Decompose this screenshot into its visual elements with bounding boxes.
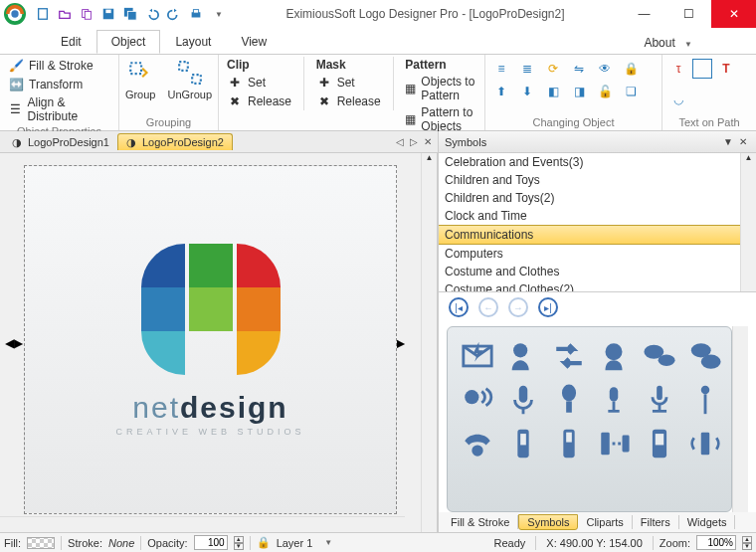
symbol-arrows-exchange-icon[interactable]	[547, 335, 591, 377]
symbol-envelope-bolt-icon[interactable]	[456, 335, 499, 377]
fill-stroke-button[interactable]: 🖌️Fill & Stroke	[6, 57, 112, 75]
category-item[interactable]: Celebration and Events(3)	[439, 153, 740, 171]
clip-set-button[interactable]: ✚Set	[225, 74, 293, 92]
symbol-mic-thin-icon[interactable]	[683, 379, 727, 421]
resize-handle-left[interactable]: ◀▶	[5, 336, 23, 350]
opacity-stepper[interactable]: ▲▼	[234, 536, 244, 550]
qat-undo-icon[interactable]	[143, 5, 161, 23]
menu-object[interactable]: Object	[96, 30, 161, 54]
panel-tab-fill-stroke[interactable]: Fill & Stroke	[443, 515, 518, 529]
panel-tab-filters[interactable]: Filters	[633, 515, 679, 529]
symbol-mobile-2-icon[interactable]	[547, 423, 591, 464]
fill-swatch[interactable]	[27, 537, 55, 549]
layer-up-icon[interactable]: ⬆	[491, 82, 511, 101]
category-item[interactable]: Computers	[439, 245, 740, 263]
panel-close-icon[interactable]: ✕	[736, 136, 750, 147]
tabs-next-icon[interactable]: ▷	[408, 136, 420, 147]
rotate-icon[interactable]: ⟳	[543, 59, 563, 79]
opacity-input[interactable]	[194, 535, 228, 550]
symbol-mobile-signal-icon[interactable]	[592, 423, 636, 464]
text-curve-icon[interactable]: ◡	[668, 90, 688, 109]
category-item[interactable]: Costume and Clothes(2)	[439, 280, 740, 292]
flip-icon[interactable]: ⇋	[569, 59, 589, 79]
qat-print-icon[interactable]	[187, 5, 205, 23]
nav-next-icon[interactable]: →	[508, 297, 528, 317]
qat-redo-icon[interactable]	[165, 5, 183, 23]
stroke-value[interactable]: None	[108, 537, 134, 549]
tabs-prev-icon[interactable]: ◁	[394, 136, 406, 147]
qat-save-icon[interactable]	[99, 5, 117, 23]
qat-copy-icon[interactable]	[78, 5, 95, 23]
text-vertical-icon[interactable]	[692, 59, 712, 79]
tabs-close-icon[interactable]: ✕	[422, 136, 434, 147]
minimize-button[interactable]: —	[622, 0, 666, 28]
zoom-input[interactable]	[696, 535, 736, 550]
symbol-chat-bubbles-2-icon[interactable]	[683, 335, 727, 377]
unlock-icon[interactable]: 🔓	[595, 82, 615, 101]
clip-release-button[interactable]: ✖Release	[225, 92, 293, 110]
nav-last-icon[interactable]: ▸|	[538, 297, 558, 317]
close-button[interactable]: ✕	[711, 0, 756, 28]
symbol-mic-retro-icon[interactable]	[547, 379, 591, 421]
symbol-mobile-icon[interactable]	[501, 423, 545, 464]
menu-view[interactable]: View	[226, 30, 282, 54]
panel-menu-icon[interactable]: ▼	[720, 136, 736, 147]
symbol-mic-stand-icon[interactable]	[592, 379, 636, 421]
layer-lock-icon[interactable]: 🔒	[257, 536, 271, 549]
ungroup-button[interactable]: UnGroup	[163, 57, 216, 102]
symbol-head-icon[interactable]	[592, 335, 636, 377]
category-scrollbar[interactable]: ▲	[740, 153, 756, 291]
qat-dropdown-icon[interactable]: ▼	[215, 10, 223, 19]
doc-tab[interactable]: ◑LogoProDesign2	[117, 133, 233, 150]
align-left-icon[interactable]: ≡	[491, 59, 511, 79]
menu-about[interactable]: About ▼	[634, 32, 708, 54]
nav-prev-icon[interactable]: ←	[478, 297, 498, 317]
vertical-scrollbar[interactable]: ▲	[421, 153, 437, 532]
symbol-mobile-signal-2-icon[interactable]	[683, 423, 727, 464]
canvas-page[interactable]: netdesign CREATIVE WEB STUDIOS	[24, 165, 397, 514]
canvas-viewport[interactable]: ◀▶ ◀▶	[0, 153, 421, 532]
qat-open-icon[interactable]	[56, 5, 74, 23]
qat-new-icon[interactable]	[34, 5, 52, 23]
mask-release-button[interactable]: ✖Release	[314, 92, 383, 110]
symbol-caller-icon[interactable]	[501, 335, 545, 377]
eye-icon[interactable]: 👁	[595, 59, 615, 79]
category-item[interactable]: Costume and Clothes	[439, 263, 740, 280]
align-distribute-button[interactable]: ☰Align & Distribute	[6, 94, 112, 124]
panel-tab-cliparts[interactable]: Cliparts	[578, 515, 632, 529]
menu-edit[interactable]: Edit	[46, 30, 96, 54]
menu-layout[interactable]: Layout	[160, 30, 226, 54]
back-icon[interactable]: ◨	[569, 82, 589, 101]
lock-icon[interactable]: 🔒	[621, 59, 641, 79]
symbol-mic-desk-icon[interactable]	[638, 379, 681, 421]
qat-saveall-icon[interactable]	[121, 5, 139, 23]
symbol-microphone-icon[interactable]	[501, 379, 545, 421]
symbol-chat-bubbles-icon[interactable]	[638, 335, 681, 377]
category-item[interactable]: Clock and Time	[439, 207, 740, 225]
doc-tab[interactable]: ◑LogoProDesign1	[4, 134, 117, 150]
symbol-speaking-icon[interactable]	[456, 379, 499, 421]
text-icon[interactable]: T	[716, 59, 736, 79]
category-item[interactable]: Children and Toys	[439, 171, 740, 189]
layer-dropdown-icon[interactable]: ▼	[324, 538, 332, 547]
layer-down-icon[interactable]: ⬇	[517, 82, 537, 101]
text-path-icon[interactable]: τ	[668, 59, 688, 79]
symbol-rotary-phone-icon[interactable]	[456, 423, 499, 464]
zoom-stepper[interactable]: ▲▼	[742, 536, 752, 550]
align-center-icon[interactable]: ≣	[517, 59, 537, 79]
panel-tab-widgets[interactable]: Widgets	[679, 515, 736, 529]
maximize-button[interactable]: ☐	[666, 0, 711, 28]
symbol-scrollbar[interactable]	[732, 326, 748, 512]
layer-name[interactable]: Layer 1	[277, 537, 313, 549]
objects-to-pattern-button[interactable]: ▦Objects to Pattern	[403, 74, 478, 103]
category-item[interactable]: Communications	[439, 225, 740, 245]
panel-tab-symbols[interactable]: Symbols	[518, 514, 578, 530]
group-button[interactable]: Group	[121, 57, 160, 102]
scroll-up-icon[interactable]: ▲	[422, 153, 437, 169]
horizontal-scrollbar[interactable]	[0, 516, 405, 532]
front-icon[interactable]: ◧	[543, 82, 563, 101]
pattern-to-objects-button[interactable]: ▦Pattern to Objects	[403, 104, 478, 134]
mask-set-button[interactable]: ✚Set	[314, 74, 383, 92]
category-item[interactable]: Children and Toys(2)	[439, 189, 740, 207]
nav-first-icon[interactable]: |◂	[449, 297, 469, 317]
